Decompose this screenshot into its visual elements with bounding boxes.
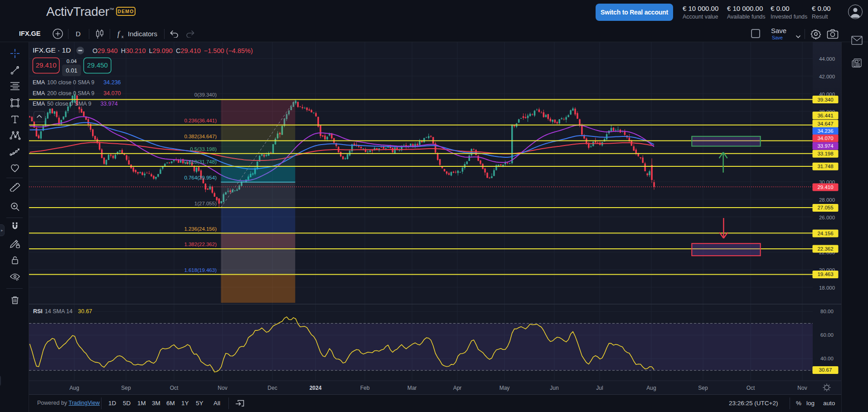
svg-text:O29.940H30.210L29.090C29.410−1: O29.940H30.210L29.090C29.410−1.500 (−4.8… xyxy=(92,47,253,54)
svg-text:Sep: Sep xyxy=(698,385,708,391)
svg-text:1.236(24.156): 1.236(24.156) xyxy=(184,226,217,232)
svg-text:1(27.055): 1(27.055) xyxy=(194,201,217,206)
svg-text:29.450: 29.450 xyxy=(87,61,108,69)
svg-text:x: x xyxy=(121,34,124,39)
svg-text:0(39.340): 0(39.340) xyxy=(194,92,217,97)
svg-text:Aug: Aug xyxy=(69,385,79,391)
svg-text:26.000: 26.000 xyxy=(819,215,835,220)
svg-text:0.382(34.647): 0.382(34.647) xyxy=(184,134,217,139)
svg-text:29.410: 29.410 xyxy=(36,61,57,69)
svg-text:0.04: 0.04 xyxy=(67,58,77,64)
svg-text:Apr: Apr xyxy=(453,385,462,391)
svg-text:34.070: 34.070 xyxy=(817,136,833,141)
svg-text:33.198: 33.198 xyxy=(817,151,833,156)
svg-text:Feb: Feb xyxy=(360,385,370,391)
svg-text:Sep: Sep xyxy=(121,385,131,391)
svg-text:0.5(33.198): 0.5(33.198) xyxy=(190,146,217,152)
svg-text:36.441: 36.441 xyxy=(817,113,833,118)
svg-text:Jun: Jun xyxy=(550,385,558,391)
svg-text:IFX.GE · 1D: IFX.GE · 1D xyxy=(33,46,71,54)
svg-text:39.340: 39.340 xyxy=(817,97,833,102)
svg-text:27.055: 27.055 xyxy=(817,205,833,210)
svg-text:May: May xyxy=(499,385,510,391)
svg-text:Oct: Oct xyxy=(747,385,755,391)
svg-text:22.362: 22.362 xyxy=(817,246,833,252)
svg-text:40.00: 40.00 xyxy=(820,356,834,361)
svg-text:Oct: Oct xyxy=(170,385,179,391)
svg-text:80.00: 80.00 xyxy=(820,309,834,314)
svg-text:0.236(36.441): 0.236(36.441) xyxy=(184,118,217,123)
svg-text:42.000: 42.000 xyxy=(819,74,835,79)
svg-text:f: f xyxy=(117,29,121,38)
svg-text:1.618(19.463): 1.618(19.463) xyxy=(184,267,217,273)
svg-text:34.236: 34.236 xyxy=(817,128,833,134)
svg-text:0.618(31.748): 0.618(31.748) xyxy=(184,159,217,165)
svg-text:30.67: 30.67 xyxy=(819,367,832,373)
svg-text:Nov: Nov xyxy=(218,385,227,391)
svg-text:44.000: 44.000 xyxy=(819,56,835,62)
svg-text:24.156: 24.156 xyxy=(817,231,833,236)
svg-text:Mar: Mar xyxy=(407,385,417,391)
svg-text:28.000: 28.000 xyxy=(819,197,835,203)
svg-text:Jul: Jul xyxy=(596,385,603,391)
svg-text:Aug: Aug xyxy=(646,385,656,391)
svg-text:19.463: 19.463 xyxy=(817,271,833,277)
svg-text:2024: 2024 xyxy=(310,385,322,391)
svg-text:1.382(22.362): 1.382(22.362) xyxy=(184,242,217,247)
svg-text:Nov: Nov xyxy=(797,385,807,391)
svg-text:31.748: 31.748 xyxy=(817,164,833,169)
svg-text:18.000: 18.000 xyxy=(819,285,835,291)
svg-text:29.410: 29.410 xyxy=(817,184,833,190)
svg-text:33.974: 33.974 xyxy=(817,143,834,149)
svg-text:34.647: 34.647 xyxy=(817,121,833,126)
svg-text:0.01: 0.01 xyxy=(66,67,77,74)
svg-text:RSI14 SMA 1430.67: RSI14 SMA 1430.67 xyxy=(33,308,92,315)
svg-text:0.764(29.954): 0.764(29.954) xyxy=(184,175,217,180)
svg-text:60.00: 60.00 xyxy=(820,332,834,338)
svg-text:Dec: Dec xyxy=(267,385,277,391)
